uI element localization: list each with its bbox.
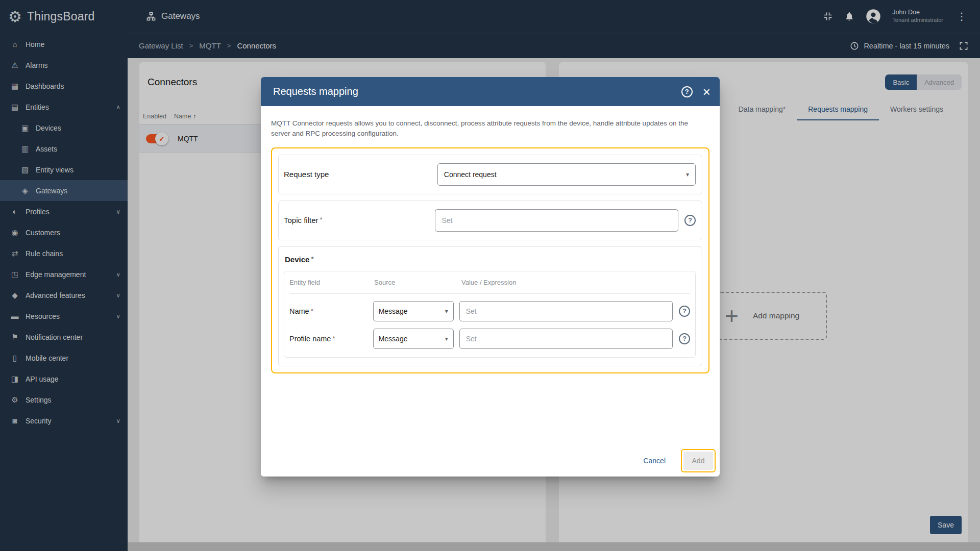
app-root: ⚙ ThingsBoard ⌂ Home ⚠ Alarms ▦ Dashboar… <box>0 0 980 551</box>
device-row-profile-name: Profile name* Message ▾ Set ? <box>289 329 690 349</box>
dialog-header-actions: ? × <box>681 85 710 98</box>
required-marker: * <box>311 255 313 263</box>
name-field-label: Name* <box>289 307 373 315</box>
topic-filter-input[interactable]: Set <box>435 209 678 232</box>
column-entity-field: Entity field <box>289 279 374 286</box>
chevron-down-icon: ▾ <box>445 308 448 315</box>
device-section: Device* Entity field Source Value / Expr… <box>278 246 702 366</box>
topic-filter-placeholder: Set <box>442 216 452 224</box>
device-row-name: Name* Message ▾ Set ? <box>289 301 690 321</box>
column-value-expression: Value / Expression <box>461 279 690 286</box>
profile-name-expression-input[interactable]: Set <box>459 329 673 349</box>
dialog-footer: Cancel Add <box>638 449 716 472</box>
chevron-down-icon: ▾ <box>445 335 448 342</box>
topic-filter-label: Topic filter* <box>284 216 435 224</box>
chevron-down-icon: ▾ <box>686 171 689 178</box>
help-icon[interactable]: ? <box>684 215 696 226</box>
request-type-label: Request type <box>284 170 437 179</box>
required-marker: * <box>332 335 335 342</box>
help-icon[interactable]: ? <box>679 306 690 317</box>
device-table-header: Entity field Source Value / Expression <box>289 271 690 294</box>
device-table: Entity field Source Value / Expression N… <box>284 271 696 358</box>
profile-name-expression-placeholder: Set <box>466 335 477 343</box>
name-expression-placeholder: Set <box>466 307 477 315</box>
help-icon[interactable]: ? <box>681 86 693 97</box>
column-source: Source <box>374 279 461 286</box>
required-marker: * <box>311 307 313 315</box>
profile-name-field-label: Profile name* <box>289 335 373 343</box>
onboarding-highlight-box: Request type Connect request ▾ Topic fil… <box>271 147 709 373</box>
request-type-value: Connect request <box>444 170 497 179</box>
request-type-section: Request type Connect request ▾ <box>278 155 702 194</box>
name-label-text: Name <box>289 307 309 315</box>
topic-filter-section: Topic filter* Set ? <box>278 201 702 240</box>
add-button-highlight: Add <box>681 449 716 472</box>
required-marker: * <box>320 216 323 223</box>
name-expression-input[interactable]: Set <box>459 301 673 321</box>
add-button[interactable]: Add <box>683 452 713 470</box>
profile-name-label-text: Profile name <box>289 335 331 343</box>
name-source-select[interactable]: Message ▾ <box>373 301 454 321</box>
profile-name-source-select[interactable]: Message ▾ <box>373 329 454 349</box>
dialog-title: Requests mapping <box>273 86 358 97</box>
name-source-value: Message <box>379 307 408 315</box>
dialog-header: Requests mapping ? × <box>261 77 720 106</box>
request-type-select[interactable]: Connect request ▾ <box>437 163 696 186</box>
help-icon[interactable]: ? <box>679 333 690 344</box>
device-section-label: Device* <box>285 255 696 264</box>
close-icon[interactable]: × <box>703 85 710 98</box>
profile-name-source-value: Message <box>379 335 408 343</box>
cancel-button[interactable]: Cancel <box>638 453 671 469</box>
dialog-hint-text: MQTT Connector requests allows you to co… <box>271 118 700 139</box>
topic-filter-label-text: Topic filter <box>284 216 318 224</box>
requests-mapping-dialog: Requests mapping ? × MQTT Connector requ… <box>261 77 720 477</box>
device-label-text: Device <box>285 255 309 264</box>
dialog-body: MQTT Connector requests allows you to co… <box>261 106 720 373</box>
